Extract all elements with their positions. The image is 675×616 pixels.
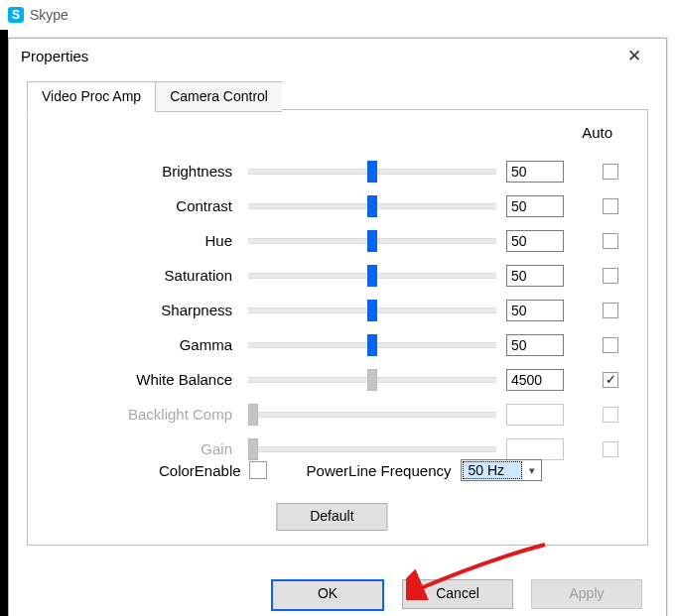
dialog-title: Properties	[21, 48, 88, 64]
white-balance-label: White Balance	[50, 371, 238, 388]
row-white-balance: White Balance ✓	[50, 362, 625, 397]
contrast-auto-checkbox[interactable]	[603, 198, 618, 214]
saturation-label: Saturation	[50, 267, 238, 284]
chevron-down-icon: ▾	[523, 464, 541, 477]
brightness-auto-checkbox[interactable]	[603, 164, 618, 180]
hue-input[interactable]	[506, 230, 564, 252]
hue-label: Hue	[50, 232, 238, 249]
brightness-input[interactable]	[506, 161, 564, 183]
row-saturation: Saturation	[50, 258, 625, 293]
tab-video-proc-amp[interactable]: Video Proc Amp	[27, 81, 156, 112]
sharpness-input[interactable]	[506, 300, 564, 321]
saturation-input[interactable]	[506, 265, 564, 287]
row-contrast: Contrast	[50, 188, 625, 223]
gain-auto-checkbox	[603, 441, 618, 457]
white-balance-auto-checkbox[interactable]: ✓	[603, 372, 618, 388]
app-name: Skype	[30, 7, 68, 23]
gamma-auto-checkbox[interactable]	[603, 337, 618, 353]
auto-column-header: Auto	[582, 124, 612, 141]
tab-panel: Auto Brightness Contrast	[27, 109, 648, 546]
color-enable-label: ColorEnable	[159, 462, 241, 479]
dialog-titlebar: Properties ✕	[9, 39, 666, 72]
row-brightness: Brightness	[50, 154, 625, 188]
default-button[interactable]: Default	[276, 503, 387, 531]
gain-label: Gain	[50, 440, 238, 457]
white-balance-input[interactable]	[506, 369, 564, 391]
tabs: Video Proc AmpCamera Control	[27, 80, 648, 110]
gamma-slider[interactable]	[248, 334, 496, 356]
row-sharpness: Sharpness	[50, 293, 625, 327]
ok-button[interactable]: OK	[271, 579, 384, 611]
row-hue: Hue	[50, 223, 625, 258]
skype-icon: S	[8, 7, 24, 23]
backlight-comp-auto-checkbox	[603, 407, 618, 423]
powerline-frequency-value: 50 Hz	[463, 461, 522, 479]
close-icon[interactable]: ✕	[614, 46, 654, 66]
gain-slider	[248, 438, 496, 460]
gain-input	[506, 438, 564, 460]
brightness-label: Brightness	[50, 163, 238, 180]
properties-dialog: Properties ✕ Video Proc AmpCamera Contro…	[8, 38, 667, 616]
brightness-slider[interactable]	[248, 161, 496, 183]
saturation-slider[interactable]	[248, 265, 496, 287]
gamma-input[interactable]	[506, 334, 564, 356]
color-enable-checkbox[interactable]	[249, 461, 267, 479]
gamma-label: Gamma	[50, 336, 238, 353]
backlight-comp-label: Backlight Comp	[50, 406, 238, 423]
contrast-input[interactable]	[506, 195, 564, 217]
cancel-button[interactable]: Cancel	[402, 579, 513, 609]
hue-auto-checkbox[interactable]	[603, 233, 618, 249]
contrast-label: Contrast	[50, 197, 238, 214]
row-backlight-comp: Backlight Comp	[50, 397, 625, 431]
apply-button: Apply	[531, 579, 642, 609]
row-gamma: Gamma	[50, 327, 625, 362]
backlight-comp-input	[506, 404, 564, 426]
sharpness-auto-checkbox[interactable]	[603, 303, 618, 318]
contrast-slider[interactable]	[248, 195, 496, 217]
powerline-frequency-label: PowerLine Frequency	[307, 462, 452, 479]
powerline-frequency-combo[interactable]: 50 Hz ▾	[461, 459, 542, 481]
sharpness-label: Sharpness	[50, 302, 238, 318]
backlight-comp-slider	[248, 404, 496, 426]
tab-camera-control[interactable]: Camera Control	[155, 81, 282, 112]
saturation-auto-checkbox[interactable]	[603, 268, 618, 284]
white-balance-slider	[248, 369, 496, 391]
hue-slider[interactable]	[248, 230, 496, 252]
sharpness-slider[interactable]	[248, 300, 496, 321]
skype-titlebar: S Skype	[0, 0, 675, 30]
